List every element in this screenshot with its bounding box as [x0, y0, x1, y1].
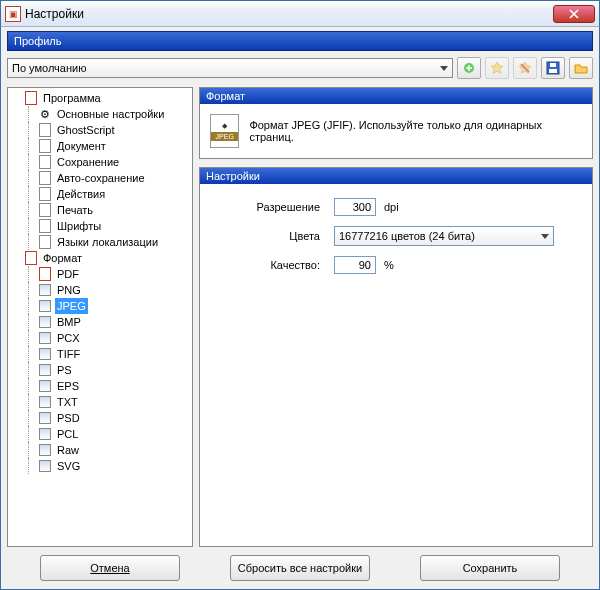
quality-input[interactable]	[334, 256, 376, 274]
document-icon	[38, 171, 52, 185]
titlebar: ▣ Настройки	[1, 1, 599, 27]
image-icon	[38, 347, 52, 361]
close-button[interactable]	[553, 5, 595, 23]
profile-selected-label: По умолчанию	[12, 62, 86, 74]
pdf-icon	[24, 91, 38, 105]
tree-label: Сохранение	[55, 154, 121, 170]
tree-label: EPS	[55, 378, 81, 394]
settings-group: Настройки Разрешение dpi Цвета 16777216 …	[199, 167, 593, 547]
document-icon	[38, 203, 52, 217]
tree-item-bmp[interactable]: BMP	[38, 314, 192, 330]
image-icon	[38, 331, 52, 345]
image-icon	[38, 363, 52, 377]
image-icon	[38, 379, 52, 393]
profile-row: По умолчанию	[1, 51, 599, 87]
tree-label: PNG	[55, 282, 83, 298]
tree-item-ps[interactable]: PS	[38, 362, 192, 378]
quality-unit: %	[384, 259, 394, 271]
document-icon	[38, 139, 52, 153]
tree-label: Языки локализации	[55, 234, 160, 250]
image-icon	[38, 283, 52, 297]
tree-item-eps[interactable]: EPS	[38, 378, 192, 394]
tree-item-raw[interactable]: Raw	[38, 442, 192, 458]
colors-label: Цвета	[210, 230, 320, 242]
tree-label: TIFF	[55, 346, 82, 362]
tree-item-pdf[interactable]: PDF	[38, 266, 192, 282]
tree-label: Печать	[55, 202, 95, 218]
tree-item-fonts[interactable]: Шрифты	[38, 218, 192, 234]
jpeg-format-icon: ◆ JPEG	[210, 114, 239, 148]
document-icon	[38, 123, 52, 137]
svg-rect-3	[550, 63, 556, 67]
dialog-buttons: Отмена Сбросить все настройки Сохранить	[7, 555, 593, 581]
profile-section-header: Профиль	[7, 31, 593, 51]
add-profile-button[interactable]	[457, 57, 481, 79]
delete-profile-button	[513, 57, 537, 79]
gear-icon: ⚙	[38, 107, 52, 121]
tree-label: GhostScript	[55, 122, 116, 138]
tree-node-Программа[interactable]: Программа	[24, 90, 192, 106]
format-group: Формат ◆ JPEG Формат JPEG (JFIF). Исполь…	[199, 87, 593, 159]
tree-item-pcl[interactable]: PCL	[38, 426, 192, 442]
resolution-input[interactable]	[334, 198, 376, 216]
tree-label: BMP	[55, 314, 83, 330]
tree-node-Формат[interactable]: Формат	[24, 250, 192, 266]
tree-label: JPEG	[55, 298, 88, 314]
image-icon	[38, 443, 52, 457]
colors-value: 16777216 цветов (24 бита)	[339, 230, 475, 242]
tree-label: PCX	[55, 330, 82, 346]
tree-item-actions[interactable]: Действия	[38, 186, 192, 202]
tree-item-psd[interactable]: PSD	[38, 410, 192, 426]
image-icon	[38, 395, 52, 409]
image-icon	[38, 459, 52, 473]
cancel-button[interactable]: Отмена	[40, 555, 180, 581]
tree-item-png[interactable]: PNG	[38, 282, 192, 298]
tree-item-autosave[interactable]: Авто-сохранение	[38, 170, 192, 186]
tree-item-tiff[interactable]: TIFF	[38, 346, 192, 362]
open-profile-button[interactable]	[569, 57, 593, 79]
close-icon	[569, 9, 579, 19]
tree-item-basic[interactable]: ⚙Основные настройки	[38, 106, 192, 122]
tree-item-save[interactable]: Сохранение	[38, 154, 192, 170]
colors-select[interactable]: 16777216 цветов (24 бита)	[334, 226, 554, 246]
tree-item-txt[interactable]: TXT	[38, 394, 192, 410]
tree-item-doc[interactable]: Документ	[38, 138, 192, 154]
reset-button[interactable]: Сбросить все настройки	[230, 555, 370, 581]
save-button[interactable]: Сохранить	[420, 555, 560, 581]
tree-item-pcx[interactable]: PCX	[38, 330, 192, 346]
tree-label: TXT	[55, 394, 80, 410]
tree-label: PS	[55, 362, 74, 378]
document-icon	[38, 155, 52, 169]
app-icon: ▣	[5, 6, 21, 22]
tree-item-jpeg[interactable]: JPEG	[38, 298, 192, 314]
format-group-header: Формат	[200, 88, 592, 104]
tree-label: PSD	[55, 410, 82, 426]
svg-rect-2	[549, 69, 557, 73]
tree-item-svg[interactable]: SVG	[38, 458, 192, 474]
settings-group-header: Настройки	[200, 168, 592, 184]
window-title: Настройки	[25, 7, 553, 21]
tree-label: Формат	[41, 250, 84, 266]
document-icon	[38, 235, 52, 249]
save-profile-button[interactable]	[541, 57, 565, 79]
tree-item-lang[interactable]: Языки локализации	[38, 234, 192, 250]
quality-label: Качество:	[210, 259, 320, 271]
nav-tree[interactable]: Программа⚙Основные настройкиGhostScriptД…	[7, 87, 193, 547]
tree-item-print[interactable]: Печать	[38, 202, 192, 218]
profile-select[interactable]: По умолчанию	[7, 58, 453, 78]
tree-label: Действия	[55, 186, 107, 202]
document-icon	[38, 219, 52, 233]
tree-label: PDF	[55, 266, 81, 282]
tree-label: Основные настройки	[55, 106, 166, 122]
favorite-profile-button	[485, 57, 509, 79]
tree-label: Документ	[55, 138, 108, 154]
tree-item-gs[interactable]: GhostScript	[38, 122, 192, 138]
tree-label: Программа	[41, 90, 103, 106]
image-icon	[38, 315, 52, 329]
image-icon	[38, 299, 52, 313]
chevron-down-icon	[440, 66, 448, 71]
tree-label: Авто-сохранение	[55, 170, 147, 186]
resolution-unit: dpi	[384, 201, 399, 213]
content-pane: Формат ◆ JPEG Формат JPEG (JFIF). Исполь…	[199, 87, 593, 547]
tree-label: Шрифты	[55, 218, 103, 234]
